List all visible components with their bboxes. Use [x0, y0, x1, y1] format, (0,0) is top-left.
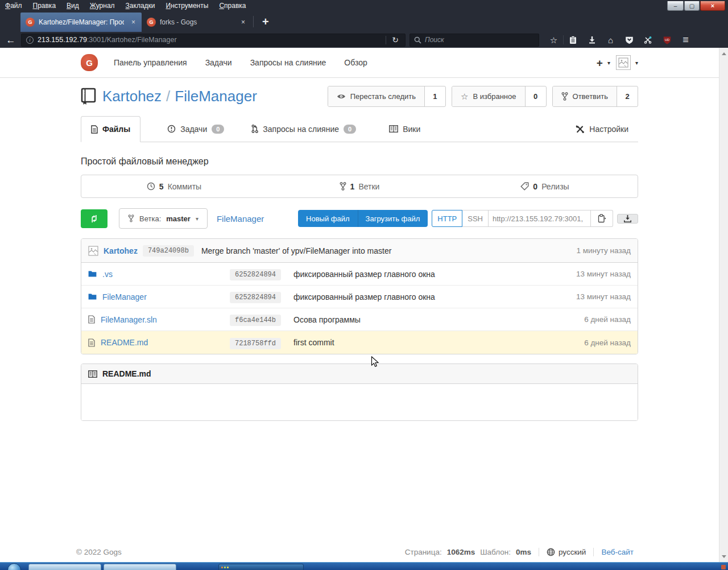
file-sha-label[interactable]: 6252824894 [230, 292, 281, 303]
search-input[interactable] [425, 36, 535, 44]
branch-dropdown[interactable]: Ветка: master ▾ [119, 208, 208, 229]
browser-menubar: Файл Правка Вид Журнал Закладки Инструме… [0, 0, 728, 11]
folder-icon [88, 293, 97, 300]
start-button[interactable] [7, 563, 21, 570]
back-button[interactable]: ← [5, 35, 17, 45]
wiki-book-icon [389, 125, 398, 133]
file-link[interactable]: FileManager.sln [101, 315, 157, 324]
stars-count[interactable]: 0 [526, 86, 546, 106]
menu-help[interactable]: Справка [219, 2, 246, 10]
page-scrollbar[interactable] [719, 48, 728, 562]
menu-tools[interactable]: Инструменты [166, 2, 209, 10]
taskbar-button[interactable] [28, 564, 101, 570]
clipboard-icon[interactable] [564, 33, 582, 47]
user-dropdown[interactable]: ▾ [616, 55, 638, 70]
gogs-logo-icon[interactable]: G [81, 54, 98, 71]
table-row: README.md 7218758ffd first commit 6 дней… [81, 331, 638, 354]
language-dropdown[interactable]: русский [547, 548, 586, 556]
scroll-up-arrow[interactable] [719, 49, 728, 58]
tab-wiki[interactable]: Вики [379, 116, 430, 142]
menu-history[interactable]: Журнал [90, 2, 115, 10]
taskbar-active-button[interactable] [218, 564, 304, 570]
reload-icon[interactable]: ↻ [390, 35, 400, 44]
repo-name-link[interactable]: FileManager [175, 88, 257, 105]
fork-button[interactable]: Ответвить [553, 86, 617, 106]
watchers-count[interactable]: 1 [425, 86, 445, 106]
pocket-shield-icon[interactable] [620, 33, 639, 47]
unwatch-button[interactable]: Перестать следить [328, 86, 425, 106]
page-time-value: 1062ms [447, 548, 475, 556]
commits-stat[interactable]: 5Коммиты [81, 182, 267, 191]
globe-icon [547, 548, 555, 556]
menu-view[interactable]: Вид [67, 2, 79, 10]
breadcrumb-repo-link[interactable]: FileManager [217, 214, 264, 224]
repo-owner-link[interactable]: Kartohez [102, 88, 162, 105]
ssh-protocol-button[interactable]: SSH [462, 210, 489, 227]
watch-button-group: Перестать следить 1 [328, 86, 446, 107]
tab-settings[interactable]: Настройки [566, 116, 638, 142]
scroll-down-arrow[interactable] [719, 552, 728, 561]
file-time: 6 дней назад [584, 338, 631, 347]
site-info-icon[interactable]: i [26, 36, 34, 44]
file-icon [91, 125, 98, 134]
repo-stats-bar: 5Коммиты 1Ветки 0Релизы [81, 175, 638, 198]
close-button[interactable]: × [700, 1, 725, 11]
browser-chrome: Файл Правка Вид Журнал Закладки Инструме… [0, 0, 728, 48]
file-sha-label[interactable]: 6252824894 [230, 269, 281, 280]
nav-issues[interactable]: Задачи [205, 58, 232, 67]
nav-explore[interactable]: Обзор [344, 58, 367, 67]
file-time: 6 дней назад [584, 315, 631, 324]
toolbar-icons: ☆ ⌂ UD ≡ [544, 33, 695, 47]
clone-url-input[interactable] [489, 210, 591, 227]
file-link[interactable]: README.md [101, 338, 148, 347]
tab-issues[interactable]: Задачи 0 [158, 116, 234, 142]
restore-button[interactable]: ▢ [684, 1, 700, 11]
star-button[interactable]: ☆ В избранное [452, 86, 526, 106]
table-row: FileManager 6252824894 фиксированный раз… [81, 286, 638, 308]
hamburger-menu-icon[interactable]: ≡ [676, 33, 695, 47]
taskbar-button[interactable] [104, 564, 176, 570]
branches-stat[interactable]: 1Ветки [267, 182, 452, 191]
tray-icon[interactable] [721, 565, 726, 569]
create-new-dropdown[interactable]: + ▾ [597, 57, 610, 68]
commit-sha-label[interactable]: 749a24098b [143, 245, 194, 257]
releases-stat[interactable]: 0Релизы [452, 182, 638, 191]
menu-bookmarks[interactable]: Закладки [126, 2, 155, 10]
menu-edit[interactable]: Правка [33, 2, 56, 10]
readme-body [81, 384, 638, 420]
browser-tab-active[interactable]: G Kartohez/FileManager: Прос × [20, 13, 142, 32]
file-sha-label[interactable]: 7218758ffd [230, 338, 281, 349]
nav-pulls[interactable]: Запросы на слияние [250, 58, 326, 67]
copy-clone-url-button[interactable] [591, 210, 613, 227]
tab-close-icon[interactable]: × [240, 18, 246, 26]
tab-close-icon[interactable]: × [130, 18, 136, 26]
bookmark-star-icon[interactable]: ☆ [544, 33, 563, 47]
commit-author-link[interactable]: Kartohez [104, 246, 138, 255]
upload-file-button[interactable]: Загрузить файл [358, 210, 428, 227]
compare-button[interactable] [81, 209, 107, 228]
new-file-button[interactable]: Новый файл [298, 210, 358, 227]
file-icon [88, 338, 95, 347]
ud-shield-icon[interactable]: UD [657, 33, 676, 47]
scissors-extension-icon[interactable] [639, 33, 657, 47]
repo-description: Простой файловый менеджер [81, 156, 638, 167]
address-field[interactable]: i 213.155.192.79:3001/Kartohez/FileManag… [21, 34, 406, 47]
file-icon [88, 315, 95, 324]
file-link[interactable]: FileManager [102, 292, 147, 301]
browser-tab-forks[interactable]: G forks - Gogs × [142, 13, 251, 32]
downloads-icon[interactable] [582, 33, 601, 47]
http-protocol-button[interactable]: HTTP [432, 210, 462, 227]
nav-dashboard[interactable]: Панель управления [114, 58, 187, 67]
menu-file[interactable]: Файл [5, 2, 22, 10]
file-link[interactable]: .vs [102, 270, 113, 279]
new-tab-button[interactable]: + [255, 15, 276, 28]
minimize-button[interactable]: – [667, 1, 684, 11]
download-archive-button[interactable] [617, 214, 638, 224]
website-link[interactable]: Веб-сайт [601, 548, 634, 556]
forks-count[interactable]: 2 [617, 86, 638, 106]
home-icon[interactable]: ⌂ [601, 33, 620, 47]
page-time-label: Страница: [405, 548, 442, 556]
file-sha-label[interactable]: f6ca4e144b [230, 315, 281, 326]
tab-pulls[interactable]: Запросы на слияние 0 [242, 116, 366, 142]
tab-files[interactable]: Файлы [81, 116, 140, 142]
